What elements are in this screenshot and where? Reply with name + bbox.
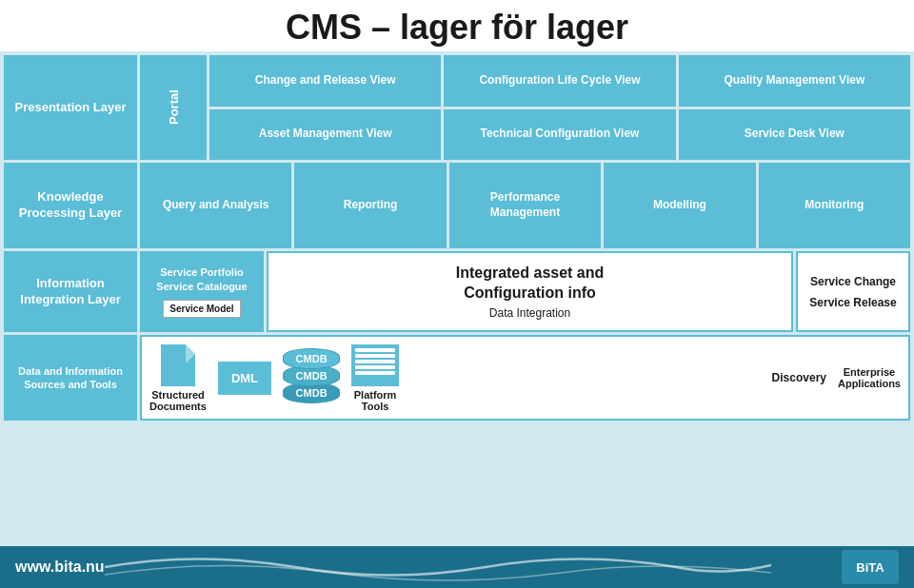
modelling-cell: Modelling bbox=[604, 163, 755, 248]
query-analysis-cell: Query and Analysis bbox=[140, 163, 291, 248]
platform-tools-item: PlatformTools bbox=[351, 344, 399, 412]
presentation-layer-label: Presentation Layer bbox=[4, 55, 137, 160]
info-integration-row: Information Integration Layer Service Po… bbox=[4, 251, 910, 332]
data-sources-inner: StructuredDocuments DML CMDB CMDB CMDB bbox=[140, 335, 910, 421]
service-desk-view: Service Desk View bbox=[679, 109, 910, 161]
discovery-label: Discovery bbox=[772, 371, 826, 384]
platform-line-5 bbox=[355, 371, 395, 375]
platform-line-3 bbox=[355, 360, 395, 363]
footer-logo-text: BiTA bbox=[856, 560, 884, 575]
discovery-item: Discovery bbox=[772, 371, 826, 384]
footer-logo: BiTA bbox=[842, 550, 899, 584]
presentation-cells: Change and Release View Configuration Li… bbox=[209, 55, 910, 160]
dml-item: DML bbox=[218, 362, 271, 395]
platform-line-4 bbox=[355, 365, 395, 369]
structured-documents-item: StructuredDocuments bbox=[149, 344, 207, 412]
portal-cell: Portal bbox=[140, 55, 207, 160]
cmdb-stack: CMDB CMDB CMDB bbox=[283, 352, 340, 403]
asset-management-view: Asset Management View bbox=[209, 109, 441, 161]
service-change-text: Service Change bbox=[810, 275, 896, 288]
quality-management-view: Quality Management View bbox=[679, 55, 910, 107]
platform-icon bbox=[351, 344, 399, 386]
info-integration-label: Information Integration Layer bbox=[4, 251, 137, 332]
footer-url: www.bita.nu bbox=[15, 559, 105, 576]
footer-wave bbox=[105, 546, 842, 588]
enterprise-item: EnterpriseApplications bbox=[838, 366, 901, 389]
enterprise-label: EnterpriseApplications bbox=[838, 366, 901, 389]
integrated-cell: Integrated asset andConfiguration info D… bbox=[267, 251, 793, 332]
wave-svg bbox=[105, 546, 771, 588]
presentation-layer-row: Presentation Layer Portal Change and Rel… bbox=[4, 55, 910, 160]
platform-line-2 bbox=[355, 354, 395, 358]
service-portfolio-cell: Service PortfolioService Catalogue Servi… bbox=[140, 251, 264, 332]
platform-tools-label: PlatformTools bbox=[354, 389, 397, 412]
data-sources-label: Data and Information Sources and Tools bbox=[4, 335, 137, 421]
integrated-big-text: Integrated asset andConfiguration info bbox=[456, 264, 605, 304]
knowledge-cells: Query and Analysis Reporting Performance… bbox=[140, 163, 910, 248]
dml-box: DML bbox=[218, 362, 271, 395]
data-integration-text: Data Integration bbox=[489, 306, 570, 320]
structured-documents-label: StructuredDocuments bbox=[149, 389, 207, 412]
performance-management-cell: Performance Management bbox=[449, 163, 601, 248]
service-change-cell: Service Change Service Release bbox=[796, 251, 910, 332]
platform-line-1 bbox=[355, 348, 395, 352]
document-icon bbox=[161, 344, 195, 386]
config-lifecycle-view: Configuration Life Cycle View bbox=[444, 55, 675, 107]
service-model-tag: Service Model bbox=[163, 300, 240, 318]
info-integration-inner: Service PortfolioService Catalogue Servi… bbox=[140, 251, 910, 332]
service-portfolio-text: Service PortfolioService Catalogue bbox=[156, 265, 247, 295]
header: CMS – lager för lager bbox=[0, 0, 914, 51]
footer: www.bita.nu BiTA bbox=[0, 546, 914, 588]
presentation-bottom-row: Asset Management View Technical Configur… bbox=[209, 109, 910, 161]
technical-config-view: Technical Configuration View bbox=[444, 109, 675, 161]
content-area: Presentation Layer Portal Change and Rel… bbox=[0, 51, 914, 546]
service-release-text: Service Release bbox=[809, 296, 896, 309]
page-title: CMS – lager för lager bbox=[0, 8, 914, 48]
cmdb-item: CMDB CMDB CMDB bbox=[283, 352, 340, 403]
monitoring-cell: Monitoring bbox=[759, 163, 910, 248]
data-sources-row: Data and Information Sources and Tools S… bbox=[4, 335, 910, 421]
change-release-view: Change and Release View bbox=[209, 55, 441, 107]
knowledge-layer-row: Knowledge Processing Layer Query and Ana… bbox=[4, 163, 910, 248]
cmdb-top: CMDB bbox=[283, 348, 340, 369]
reporting-cell: Reporting bbox=[294, 163, 446, 248]
presentation-top-row: Change and Release View Configuration Li… bbox=[209, 55, 910, 107]
main-container: CMS – lager för lager Presentation Layer… bbox=[0, 0, 914, 588]
knowledge-layer-label: Knowledge Processing Layer bbox=[4, 163, 137, 248]
